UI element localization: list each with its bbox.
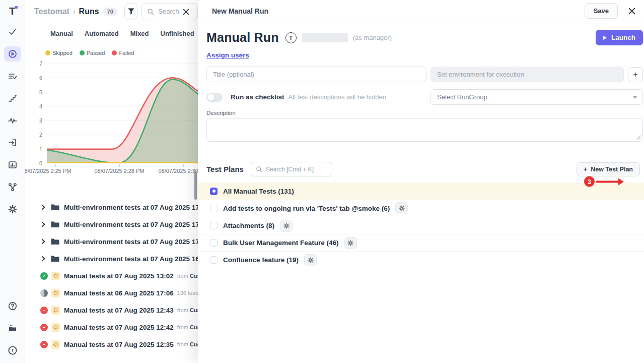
test-plan-settings-button[interactable] [395,202,408,214]
close-icon[interactable] [626,5,638,17]
run-row[interactable]: Manual tests at 06 Aug 2025 17:06 136 te… [25,284,198,301]
test-plans-section: Test Plans Search [Cmd + K] + New Test P… [206,155,643,268]
import-arrow-icon[interactable] [4,135,21,150]
test-plans-search-input[interactable]: Search [Cmd + K] [251,162,332,176]
clear-search-icon[interactable] [180,7,191,18]
manual-run-spark-icon [51,323,60,332]
tab-manual[interactable]: Manual [50,30,73,37]
play-icon [603,36,607,40]
run-folder-row[interactable]: Multi-environment tests at 07 Aug 2025 1… [25,199,198,216]
tab-mixed[interactable]: Mixed [130,30,149,37]
svg-text:T: T [11,348,14,353]
breadcrumb-app[interactable]: Testomat [34,7,69,16]
runs-header: Testomat › Runs 70 Search [25,0,198,23]
testomat-logo-icon[interactable]: T [9,5,16,17]
page-title: Manual Run [206,30,279,45]
manual-run-spark-icon [51,272,60,280]
owner-name-redacted [302,33,348,42]
chart-legend: Skipped Passed Failed [25,50,198,56]
chart-y-axis: 7 6 5 4 3 2 1 0 [25,64,47,163]
runs-search-input[interactable]: Search [141,3,198,20]
runs-panel: Testomat › Runs 70 Search Manual Automat… [25,0,198,363]
branches-fork-icon[interactable] [4,179,21,195]
checkbox[interactable] [210,205,218,212]
resize-handle-icon[interactable] [636,135,641,140]
new-test-plan-button[interactable]: + New Test Plan [577,162,640,176]
run-folder-row[interactable]: Multi-environment tests at 07 Aug 2025 1… [25,233,198,250]
run-row[interactable]: ✓ Manual tests at 07 Aug 2025 13:02 from… [25,267,198,284]
checkbox[interactable] [210,256,218,264]
skipped-dot-icon [45,50,50,55]
chevron-right-icon [40,238,46,245]
search-icon [256,166,262,172]
runs-play-circle-icon[interactable] [4,46,21,62]
run-folder-row[interactable]: Multi-environment tests at 07 Aug 2025 1… [25,250,198,267]
rungroup-select[interactable]: Select RunGroup [431,89,643,105]
legend-failed[interactable]: Failed [112,50,134,56]
save-button[interactable]: Save [585,3,618,19]
runs-list: Multi-environment tests at 07 Aug 2025 1… [25,199,198,353]
reports-chart-icon[interactable] [4,157,21,172]
description-textarea[interactable] [206,118,643,142]
status-passed-icon: ✓ [40,272,48,280]
runs-count-badge: 70 [103,8,117,16]
run-type-tabs: Manual Automated Mixed Unfinished [25,23,198,44]
failed-dot-icon [112,50,117,55]
checkbox[interactable] [210,222,218,229]
settings-gear-icon[interactable] [4,202,21,217]
test-plan-settings-button[interactable] [280,220,293,232]
test-plans-search-placeholder: Search [Cmd + K] [266,166,314,173]
runs-search-placeholder: Search [158,8,179,15]
legend-skipped[interactable]: Skipped [45,50,73,56]
environment-input[interactable]: Set environment for execution [431,67,624,82]
manual-run-spark-icon [51,306,60,315]
chart-x-axis: 08/07/2025 2:25 PM 08/07/2025 2:28 PM 08… [47,164,198,175]
folder-icon [51,221,59,228]
test-plans-list-check-icon[interactable] [4,69,21,84]
projects-folders-icon[interactable] [4,321,21,336]
run-title-row: Manual Run T (as manager) Launch [206,30,643,45]
drawer-title: New Manual Run [212,7,268,15]
manual-run-spark-icon [51,340,60,349]
panel-scrollbar[interactable] [194,171,197,200]
test-plan-row[interactable]: Bulk User Management Feature (46) [198,234,644,251]
annotation-arrow-icon [596,180,618,183]
tab-unfinished[interactable]: Unfinished [161,30,194,37]
legend-passed[interactable]: Passed [80,50,105,56]
launch-button[interactable]: Launch [596,30,643,45]
chart-plot-area [47,64,198,163]
run-as-checklist-toggle[interactable] [206,93,223,102]
status-failed-icon: – [40,341,48,348]
test-plan-settings-button[interactable] [344,237,357,249]
manual-run-spark-icon [51,289,60,297]
profile-avatar-icon[interactable]: T [4,343,21,358]
analytics-pulse-icon[interactable] [4,113,21,128]
assign-users-link[interactable]: Assign users [206,51,249,59]
title-input[interactable]: Title (optional) [206,67,426,82]
run-row[interactable]: – Manual tests at 07 Aug 2025 12:42 from… [25,319,198,336]
icon-rail: T T [0,0,25,363]
milestones-steps-icon[interactable] [4,91,21,106]
plus-icon: + [584,166,587,173]
chevron-right-icon [40,221,46,227]
filter-button[interactable] [124,3,138,20]
run-row[interactable]: – Manual tests at 07 Aug 2025 12:43 from… [25,301,198,319]
chevron-right-icon [40,256,46,262]
test-plan-row[interactable]: Attachments (8) [198,217,644,234]
new-manual-run-drawer: New Manual Run Save Manual Run T (as man… [198,0,644,363]
test-plan-row[interactable]: Add tests to ongoing run via 'Tests' tab… [198,200,644,217]
run-row[interactable]: – Manual tests at 07 Aug 2025 12:35 from… [25,336,198,353]
add-environment-button[interactable]: + [628,67,643,82]
tab-automated[interactable]: Automated [85,30,119,37]
test-plan-settings-button[interactable] [304,254,317,266]
checkbox[interactable] [210,239,218,247]
description-label: Description [206,110,643,116]
tests-check-icon[interactable] [4,24,21,39]
help-question-icon[interactable] [4,298,21,314]
chevron-right-icon [40,204,46,210]
test-plan-row[interactable]: Confluence feature (19) [198,251,644,268]
test-plan-row[interactable]: All Manual Tests (131) [198,183,644,200]
drawer-header: New Manual Run Save [198,0,644,22]
checkbox-checked[interactable] [210,188,218,195]
run-folder-row[interactable]: Multi-environment tests at 07 Aug 2025 1… [25,216,198,233]
